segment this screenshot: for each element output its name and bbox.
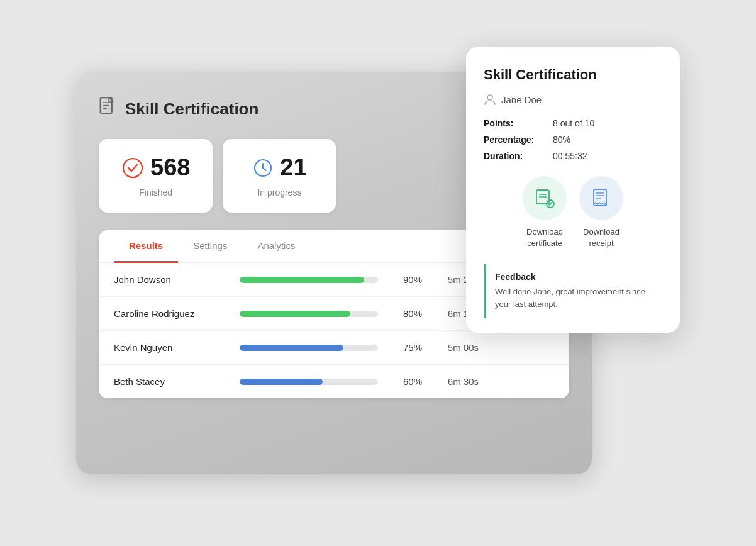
table-row: Beth Stacey 60% 6m 30s [99,365,569,398]
detail-card: Skill Certification Jane Doe Points: 8 o… [466,47,680,333]
stat-in-progress: 21 In progress [223,139,336,213]
certificate-label: Downloadcertificate [526,226,563,249]
main-card-title: Skill Certification [125,99,258,119]
percentage-label: Percentage: [484,135,553,145]
points-label: Points: [484,118,553,128]
feedback-box: Feedback Well done Jane, great improveme… [484,264,662,318]
result-percent: 60% [391,376,422,387]
detail-user-name: Jane Doe [501,94,542,105]
document-icon [99,97,116,121]
result-name: Beth Stacey [114,376,227,387]
progress-bar [240,277,378,283]
result-time: 6m 30s [435,376,479,387]
result-percent: 80% [391,308,422,319]
svg-point-9 [262,167,264,169]
result-percent: 90% [391,274,422,285]
detail-info-duration: Duration: 00:55:32 [484,151,662,161]
table-row: Kevin Nguyen 75% 5m 00s [99,331,569,365]
progress-fill [240,277,364,283]
progress-fill [240,311,350,317]
detail-info: Points: 8 out of 10 Percentage: 80% Dura… [484,118,662,161]
svg-point-5 [123,159,142,177]
progress-bar [240,379,378,385]
finished-label: Finished [139,187,172,198]
tab-analytics[interactable]: Analytics [242,230,310,263]
svg-point-10 [487,95,492,100]
detail-info-percentage: Percentage: 80% [484,135,662,145]
duration-label: Duration: [484,151,553,161]
feedback-title: Feedback [495,272,653,282]
progress-fill [240,379,323,385]
points-value: 8 out of 10 [553,118,594,128]
duration-value: 00:55:32 [553,151,587,161]
result-time: 5m 00s [435,342,479,353]
download-certificate-button[interactable]: Downloadcertificate [523,176,567,249]
detail-card-title: Skill Certification [484,67,662,83]
detail-info-points: Points: 8 out of 10 [484,118,662,128]
certificate-icon-bg [523,176,567,220]
receipt-icon-bg [579,176,623,220]
result-name: Kevin Nguyen [114,342,227,353]
stat-finished: 568 Finished [99,139,213,213]
download-receipt-button[interactable]: Downloadreceipt [579,176,623,249]
download-buttons: Downloadcertificate Downloadreceipt [484,176,662,249]
inprogress-label: In progress [257,187,301,198]
result-name: Caroline Rodriguez [114,308,227,319]
progress-fill [240,345,343,351]
result-name: John Dowson [114,274,227,285]
result-percent: 75% [391,342,422,353]
progress-bar [240,311,378,317]
progress-bar [240,345,378,351]
finished-count: 568 [150,154,190,181]
tab-settings[interactable]: Settings [178,230,242,263]
receipt-label: Downloadreceipt [583,226,620,249]
detail-user: Jane Doe [484,93,662,106]
feedback-text: Well done Jane, great improvement since … [495,286,653,310]
tab-results[interactable]: Results [114,230,178,263]
inprogress-count: 21 [280,154,306,181]
percentage-value: 80% [553,135,570,145]
